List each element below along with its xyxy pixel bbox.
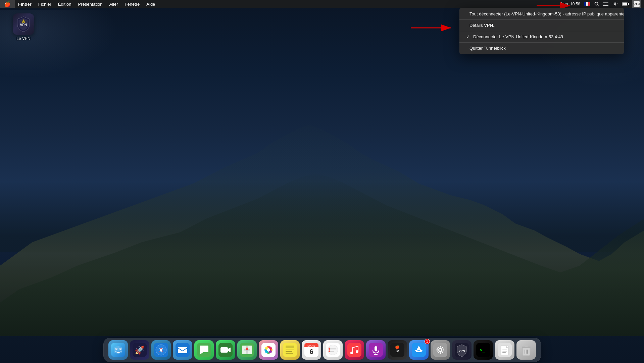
svg-text:VPN: VPN — [458, 349, 465, 353]
dock-icon-tunnelblick[interactable]: VPN — [452, 340, 472, 360]
svg-line-1 — [598, 5, 599, 6]
menubar-aller[interactable]: Aller — [106, 0, 121, 8]
dock-icon-terminal[interactable]: >_ — [474, 340, 493, 360]
maps-icon — [240, 343, 254, 357]
dropdown-separator-3 — [459, 42, 624, 43]
dock-icon-mail[interactable] — [173, 340, 192, 360]
red-arrow-2 — [409, 23, 456, 35]
svg-rect-50 — [286, 353, 293, 354]
apple-icon: 🍎 — [4, 1, 11, 7]
dropdown-separator-2 — [459, 31, 624, 31]
svg-rect-92 — [501, 346, 508, 355]
menubar-flag[interactable] — [583, 0, 592, 8]
le-vpn-desktop-icon[interactable]: VPN Le VPN — [10, 13, 37, 41]
svg-rect-95 — [502, 352, 506, 353]
svg-point-0 — [595, 2, 598, 5]
disconnect-all-label: Tout déconnecter (Le-VPN-United-Kingdom-… — [469, 11, 624, 16]
svg-text:VPN: VPN — [20, 23, 27, 27]
wifi-icon — [612, 2, 618, 6]
menubar-search[interactable] — [593, 0, 600, 8]
svg-text:🍎: 🍎 — [395, 345, 400, 349]
svg-rect-6 — [628, 3, 629, 5]
svg-text:6: 6 — [309, 348, 313, 355]
svg-rect-7 — [623, 3, 627, 6]
svg-point-78 — [439, 349, 441, 351]
svg-point-64 — [329, 351, 330, 352]
svg-point-20 — [120, 349, 121, 350]
svg-rect-49 — [286, 351, 292, 352]
dock-icon-safari[interactable] — [151, 340, 171, 360]
tunnelblick-menubar-icon[interactable]: VPN — [632, 0, 641, 8]
svg-text:🚀: 🚀 — [135, 345, 145, 355]
podcasts-icon — [369, 343, 383, 357]
svg-point-36 — [246, 348, 248, 350]
menubar-control-center[interactable] — [602, 0, 610, 8]
disconnect-all-item[interactable]: Tout déconnecter (Le-VPN-United-Kingdom-… — [459, 9, 624, 18]
dock-icon-reminders[interactable] — [323, 340, 343, 360]
photos-icon — [261, 343, 276, 357]
menubar-wifi[interactable] — [611, 0, 619, 8]
apple-menu[interactable]: 🍎 — [0, 0, 15, 8]
dock-icon-notes[interactable] — [280, 340, 300, 360]
svg-rect-30 — [178, 347, 187, 353]
dock-icon-maps[interactable] — [237, 340, 257, 360]
dock-icon-system-preferences[interactable] — [431, 340, 450, 360]
svg-rect-65 — [347, 343, 361, 357]
menubar-battery[interactable] — [621, 0, 631, 8]
dock-icon-calendar[interactable]: MARS 6 — [302, 340, 321, 360]
desktop: 🍎 Finder Fichier Édition Présentation Al… — [0, 0, 644, 363]
svg-rect-94 — [502, 351, 507, 352]
menubar-aide[interactable]: Aide — [143, 0, 158, 8]
menubar-fichier[interactable]: Fichier — [35, 0, 55, 8]
menubar-presentation[interactable]: Présentation — [75, 0, 106, 8]
dock-icon-music[interactable] — [345, 340, 364, 360]
svg-point-46 — [267, 348, 270, 352]
svg-rect-48 — [286, 350, 294, 350]
svg-point-66 — [350, 352, 353, 354]
dock-icon-messages[interactable] — [194, 340, 214, 360]
dock-icon-launchpad[interactable]: 🚀 — [130, 340, 149, 360]
dropdown-separator-1 — [459, 19, 624, 20]
appletv-icon: tv 🍎 — [390, 343, 404, 357]
dock-icon-appstore[interactable]: 1 — [409, 340, 429, 360]
disconnect-vpn-label: Déconnecter Le-VPN-United-Kingdom-53 4:4… — [473, 34, 563, 39]
svg-rect-81 — [436, 350, 438, 351]
svg-rect-51 — [286, 346, 294, 348]
dock-icon-finder[interactable] — [108, 340, 128, 360]
safari-icon — [154, 343, 168, 357]
svg-text:VPN: VPN — [634, 3, 640, 6]
trash-icon — [519, 343, 533, 357]
system-prefs-icon — [433, 343, 447, 357]
svg-rect-3 — [603, 4, 608, 4]
disconnect-vpn-item[interactable]: Déconnecter Le-VPN-United-Kingdom-53 4:4… — [459, 32, 624, 41]
menubar-finder[interactable]: Finder — [15, 0, 35, 8]
dock-icon-trash[interactable] — [516, 340, 536, 360]
svg-rect-33 — [220, 347, 228, 353]
svg-rect-79 — [440, 346, 441, 348]
notes-icon — [283, 343, 297, 357]
svg-point-63 — [329, 349, 330, 351]
svg-text:>_: >_ — [480, 347, 485, 353]
dock-icon-photos[interactable] — [259, 340, 278, 360]
appstore-icon — [412, 343, 426, 357]
menubar-left: 🍎 Finder Fichier Édition Présentation Al… — [0, 0, 158, 8]
svg-rect-82 — [443, 350, 444, 351]
search-icon — [594, 2, 599, 6]
dock-icon-file-manager[interactable] — [495, 340, 514, 360]
svg-text:MARS: MARS — [307, 344, 315, 347]
dock-icon-podcasts[interactable] — [366, 340, 386, 360]
vpn-menubar-icon: VPN — [634, 1, 640, 7]
details-vpn-item[interactable]: Détails VPN... — [459, 21, 624, 30]
dock-icon-appletv[interactable]: tv 🍎 — [388, 340, 407, 360]
appstore-badge: 1 — [425, 339, 430, 344]
quit-tunnelblick-item[interactable]: Quitter Tunnelblick — [459, 44, 624, 53]
menubar-edition[interactable]: Édition — [55, 0, 75, 8]
tunnelblick-icon: VPN — [455, 343, 469, 357]
music-icon — [347, 343, 361, 357]
svg-rect-99 — [525, 346, 528, 347]
dock-icon-facetime[interactable] — [216, 340, 235, 360]
svg-rect-93 — [502, 350, 507, 350]
svg-text:tv: tv — [395, 348, 399, 353]
control-center-icon — [603, 2, 608, 6]
menubar-fenetre[interactable]: Fenêtre — [121, 0, 143, 8]
